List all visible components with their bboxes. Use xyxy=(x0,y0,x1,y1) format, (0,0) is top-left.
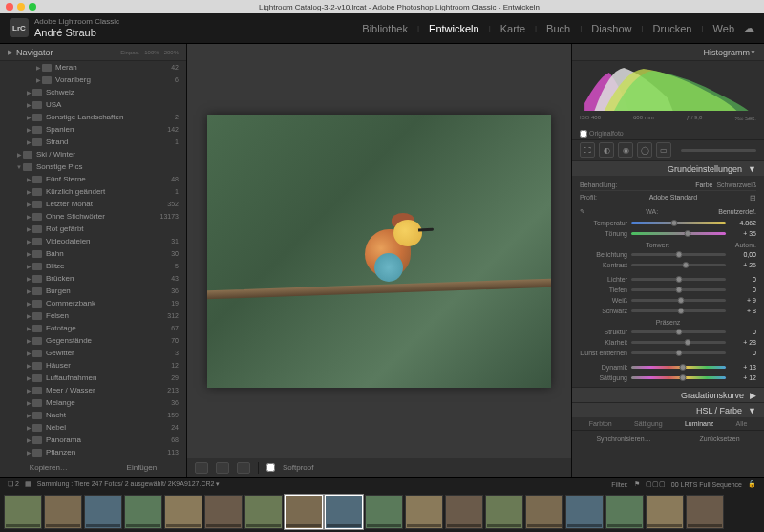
chevron-icon[interactable]: ▶ xyxy=(25,312,32,319)
grid-view-icon[interactable]: ▦ xyxy=(25,480,32,488)
slider-klarheit[interactable]: Klarheit+ 28 xyxy=(580,337,756,348)
zoom-Einpas.[interactable]: Einpas. xyxy=(120,50,139,55)
folder-row[interactable]: ▶Panorama68 xyxy=(0,434,186,446)
slider-weiß[interactable]: Weiß+ 9 xyxy=(580,295,756,306)
hsl-tab-alle[interactable]: Alle xyxy=(736,420,748,427)
tool-slider[interactable] xyxy=(681,149,756,152)
module-karte[interactable]: Karte xyxy=(500,23,525,34)
cloud-sync-icon[interactable]: ☁ xyxy=(744,22,754,34)
chevron-icon[interactable]: ▶ xyxy=(25,412,32,418)
folder-row[interactable]: ▶Meran42 xyxy=(0,61,186,74)
slider-schwarz[interactable]: Schwarz+ 8 xyxy=(580,306,756,316)
chevron-icon[interactable]: ▶ xyxy=(25,114,32,120)
module-drucken[interactable]: Drucken xyxy=(653,23,692,34)
second-window-icon[interactable]: ❏ 2 xyxy=(8,480,19,488)
auto-tone-button[interactable]: Autom. xyxy=(735,242,756,248)
thumbnail[interactable] xyxy=(325,495,363,529)
module-bibliothek[interactable]: Bibliothek xyxy=(362,23,408,34)
folder-row[interactable]: ▶Gewitter3 xyxy=(0,347,186,359)
paste-button[interactable]: Einfügen xyxy=(127,463,158,472)
slider-sättigung[interactable]: Sättigung+ 12 xyxy=(580,372,756,383)
folder-row[interactable]: ▶USA xyxy=(0,98,186,111)
thumbnail[interactable] xyxy=(525,495,563,529)
wb-select[interactable]: Benutzerdef. xyxy=(718,208,756,216)
folder-row[interactable]: ▶Nacht159 xyxy=(0,409,186,421)
treatment-color[interactable]: Farbe xyxy=(695,181,712,188)
reset-button[interactable]: Zurücksetzen xyxy=(700,436,740,442)
thumbnail[interactable] xyxy=(285,495,323,529)
profile-grid-icon[interactable]: ⊞ xyxy=(750,194,756,202)
slider-temperatur[interactable]: Temperatur4.862 xyxy=(580,218,756,228)
softproof-checkbox[interactable] xyxy=(266,463,275,472)
filmstrip-info[interactable]: Sammlung : Tiere 247 Fotos/ 2 ausgewählt… xyxy=(37,480,221,488)
redeye-tool-icon[interactable]: ◉ xyxy=(618,142,633,158)
filter-color-icon[interactable]: ▢▢▢ xyxy=(646,480,666,488)
folder-row[interactable]: ▶Fünf Sterne48 xyxy=(0,173,186,185)
folder-row[interactable]: ▶Brücken43 xyxy=(0,272,186,285)
treatment-bw[interactable]: Schwarzweiß xyxy=(716,181,756,188)
folder-row[interactable]: ▶Häuser12 xyxy=(0,359,186,372)
maximize-icon[interactable] xyxy=(29,3,36,11)
thumbnail[interactable] xyxy=(365,495,403,529)
slider-struktur[interactable]: Struktur0 xyxy=(580,327,756,337)
folder-row[interactable]: ▶Strand1 xyxy=(0,136,186,148)
chevron-icon[interactable]: ▶ xyxy=(15,151,23,158)
thumbnail[interactable] xyxy=(84,495,122,529)
hsl-tab-farbton[interactable]: Farbton xyxy=(589,420,612,427)
folder-row[interactable]: ▶Felsen312 xyxy=(0,309,186,322)
thumbnail[interactable] xyxy=(605,495,644,529)
chevron-icon[interactable]: ▶ xyxy=(34,64,42,71)
chevron-icon[interactable]: ▶ xyxy=(25,300,32,307)
tonecurve-header[interactable]: Gradationskurve▶ xyxy=(572,387,764,402)
masking-tool-icon[interactable]: ◯ xyxy=(637,142,652,158)
thumbnail[interactable] xyxy=(565,495,604,529)
folder-row[interactable]: ▶Meer / Wasser213 xyxy=(0,384,186,396)
folder-row[interactable]: ▶Burgen36 xyxy=(0,285,186,297)
navigator-zoom[interactable]: Einpas.100%200% xyxy=(120,50,179,55)
chevron-icon[interactable]: ▶ xyxy=(25,101,32,108)
chevron-icon[interactable]: ▶ xyxy=(25,250,32,257)
photo-canvas[interactable] xyxy=(187,44,571,458)
slider-lichter[interactable]: Lichter0 xyxy=(580,274,756,285)
hsl-header[interactable]: HSL / Farbe▼ xyxy=(572,402,764,417)
spot-removal-icon[interactable]: ◐ xyxy=(599,142,614,158)
thumbnail[interactable] xyxy=(124,495,162,529)
chevron-icon[interactable]: ▶ xyxy=(25,424,32,431)
basic-panel-header[interactable]: Grundeinstellungen▼ xyxy=(572,160,764,176)
grid-icon[interactable] xyxy=(237,462,250,474)
chevron-icon[interactable]: ▶ xyxy=(34,76,42,83)
filter-preset[interactable]: 00 LRTS Full Sequence xyxy=(671,481,742,488)
hsl-tab-sättigung[interactable]: Sättigung xyxy=(634,420,663,427)
close-icon[interactable] xyxy=(6,3,13,11)
slider-belichtung[interactable]: Belichtung0,00 xyxy=(580,249,756,260)
folder-row[interactable]: ▶Ski / Winter xyxy=(0,148,186,160)
copy-button[interactable]: Kopieren… xyxy=(30,463,68,472)
chevron-icon[interactable]: ▶ xyxy=(25,138,32,145)
folder-row[interactable]: ▶Spanien142 xyxy=(0,123,186,136)
chevron-icon[interactable]: ▶ xyxy=(25,213,32,220)
module-web[interactable]: Web xyxy=(713,23,734,34)
chevron-icon[interactable]: ▶ xyxy=(25,350,32,356)
slider-kontrast[interactable]: Kontrast+ 26 xyxy=(580,260,756,270)
thumbnail[interactable] xyxy=(686,495,724,529)
module-entwickeln[interactable]: Entwickeln xyxy=(429,23,479,34)
folder-row[interactable]: ▶Blitze5 xyxy=(0,260,186,272)
chevron-icon[interactable]: ▼ xyxy=(15,164,23,170)
profile-select[interactable]: Adobe Standard xyxy=(649,194,698,202)
chevron-icon[interactable]: ▶ xyxy=(25,263,32,269)
folder-row[interactable]: ▶Vorarlberg6 xyxy=(0,74,186,86)
chevron-icon[interactable]: ▶ xyxy=(25,188,32,195)
thumbnail[interactable] xyxy=(646,495,684,529)
before-after-icon[interactable] xyxy=(216,462,229,474)
sync-button[interactable]: Synchronisieren… xyxy=(596,436,650,442)
loupe-view-icon[interactable] xyxy=(195,462,208,474)
folder-row[interactable]: ▶Sonstige Landschaften2 xyxy=(0,111,186,123)
chevron-icon[interactable]: ▶ xyxy=(25,176,32,182)
chevron-icon[interactable]: ▶ xyxy=(25,337,32,344)
slider-tönung[interactable]: Tönung+ 35 xyxy=(580,228,756,239)
module-diashow[interactable]: Diashow xyxy=(591,23,631,34)
filmstrip-thumbs[interactable] xyxy=(0,491,764,532)
chevron-icon[interactable]: ▶ xyxy=(25,436,32,443)
crop-tool-icon[interactable]: ⛶ xyxy=(580,142,595,158)
folder-row[interactable]: ▶Videodateien31 xyxy=(0,235,186,247)
